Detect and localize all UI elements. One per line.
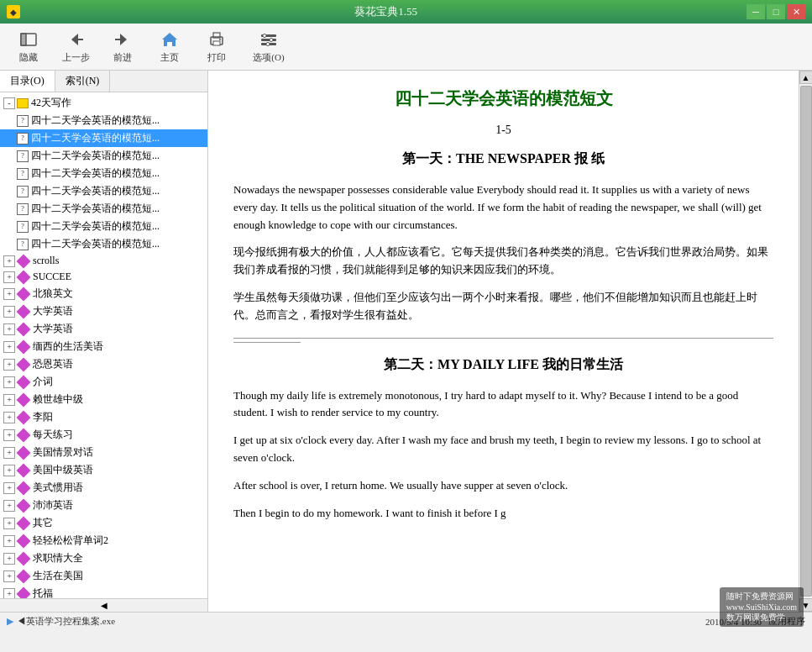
print-button[interactable]: 打印 [195,27,238,67]
watermark-line1: 随时下免费资源网 [726,591,797,602]
expand-icon[interactable]: + [3,588,15,599]
home-button[interactable]: 主页 [148,27,191,67]
tree-item-label: 沛沛英语 [33,498,73,513]
tree-list-item[interactable]: + 大学英语 [0,320,207,338]
expand-icon[interactable]: - [3,97,15,109]
print-icon [207,29,227,50]
tree-list-item[interactable]: + 每天练习 [0,426,207,444]
content-scrollbar[interactable]: ▲ ▼ [799,71,812,612]
tree-container[interactable]: - 42天写作 ? 四十二天学会英语的模范短... ? 四十二天学会英语的模范短… [0,92,207,598]
tree-item-label: 北狼英文 [33,287,73,301]
app-title: 葵花宝典1.55 [25,4,747,19]
tree-list-item[interactable]: + 求职情大全 [0,549,207,567]
exe-icon: ▶ [7,616,13,627]
doc-icon: ? [17,203,29,215]
tree-list-item[interactable]: + 恐恩英语 [0,355,207,373]
tree-list-item[interactable]: + 美式惯用语 [0,479,207,497]
expand-icon[interactable]: + [3,518,15,529]
tree-list-item[interactable]: + 赖世雄中级 [0,391,207,408]
tree-list-item[interactable]: + 大学英语 [0,302,207,320]
tree-item-label: 四十二天学会英语的模范短... [31,219,160,234]
tree-list-item[interactable]: + SUCCEE [0,269,207,285]
diamond-icon [17,534,31,548]
tree-child-item[interactable]: ? 四十二天学会英语的模范短... [0,129,207,147]
forward-button[interactable]: 前进 [101,27,144,67]
content-area[interactable]: 四十二天学会英语的模范短文 1-5 第一天：THE NEWSPAPER 报 纸 … [208,71,799,612]
maximize-button[interactable]: □ [767,4,785,19]
back-button[interactable]: 上一步 [54,27,97,67]
content-title: 四十二天学会英语的模范短文 [233,87,773,110]
paragraph-4: Though my daily life is extremely monoto… [233,387,773,423]
tab-catalog[interactable]: 目录(O) [0,71,55,92]
tree-child-item[interactable]: ? 四十二天学会英语的模范短... [0,218,207,235]
options-button[interactable]: 选项(O) [242,27,296,67]
paragraph-2: 现今报纸拥有极大的价值，人人都应该看它。它每天提供我们各种类类的消息。它告诉我们… [233,244,773,279]
expand-icon[interactable]: + [3,271,15,283]
tree-item-label: 四十二天学会英语的模范短... [31,237,160,251]
expand-icon[interactable]: + [3,323,15,335]
svg-rect-10 [213,41,220,45]
tree-root-42days[interactable]: - 42天写作 [0,94,207,112]
tree-list-item[interactable]: + scrolls [0,253,207,269]
expand-icon[interactable]: + [3,482,15,494]
doc-icon: ? [17,221,29,233]
expand-icon[interactable]: + [3,341,15,353]
expand-icon[interactable]: + [3,359,15,371]
expand-icon[interactable]: + [3,306,15,318]
tree-list-item[interactable]: + 缅西的生活美语 [0,338,207,355]
section-number: 1-5 [233,124,773,137]
folder-icon [17,98,29,108]
title-bar: ◆ 葵花宝典1.55 ─ □ ✕ [0,0,812,24]
tree-child-item[interactable]: ? 四十二天学会英语的模范短... [0,147,207,165]
expand-icon[interactable]: + [3,465,15,476]
diamond-icon [17,551,31,565]
expand-icon[interactable]: + [3,570,15,582]
minimize-button[interactable]: ─ [747,4,765,19]
tree-list-item[interactable]: + 介词 [0,373,207,391]
svg-rect-13 [261,39,276,41]
toolbar: 隐藏 上一步 前进 主页 [0,24,812,71]
hide-label: 隐藏 [19,51,38,64]
tree-list-item[interactable]: + 沛沛英语 [0,497,207,514]
tree-child-item[interactable]: ? 四十二天学会英语的模范短... [0,235,207,253]
expand-icon[interactable]: + [3,412,15,423]
expand-icon[interactable]: + [3,394,15,406]
tree-list-item[interactable]: + 轻轻松松背单词2 [0,532,207,549]
tree-item-label: 生活在美国 [33,569,83,583]
close-button[interactable]: ✕ [787,4,805,19]
diamond-icon [17,463,31,477]
tree-child-item[interactable]: ? 四十二天学会英语的模范短... [0,165,207,182]
forward-label: 前进 [113,51,132,64]
tree-list-item[interactable]: + 北狼英文 [0,285,207,302]
tab-index[interactable]: 索引(N) [55,71,111,92]
tree-child-item[interactable]: ? 四十二天学会英语的模范短... [0,112,207,129]
tree-list-item[interactable]: + 美国中级英语 [0,461,207,479]
tree-item-label: 恐恩英语 [33,357,73,371]
doc-icon: ? [17,150,29,162]
expand-icon[interactable]: + [3,288,15,300]
scroll-thumb[interactable] [800,86,812,597]
tree-list-item[interactable]: + 美国情景对话 [0,444,207,461]
expand-icon[interactable]: + [3,553,15,565]
expand-icon[interactable]: + [3,535,15,547]
expand-icon[interactable]: + [3,429,15,441]
hide-button[interactable]: 隐藏 [7,27,50,67]
tree-list-item[interactable]: + 其它 [0,514,207,532]
tree-child-item[interactable]: ? 四十二天学会英语的模范短... [0,182,207,200]
tree-item-label: 托福 [33,586,53,598]
diamond-icon [17,569,31,583]
sidebar-scroll-left[interactable]: ◀ [0,598,208,612]
tree-item-label: 其它 [33,516,53,530]
tree-child-item[interactable]: ? 四十二天学会英语的模范短... [0,200,207,218]
tree-list-item[interactable]: + 李阳 [0,408,207,426]
divider-line2 [233,342,301,343]
expand-icon[interactable]: + [3,500,15,512]
app-icon: ◆ [7,5,25,18]
expand-icon[interactable]: + [3,255,15,267]
scroll-up-button[interactable]: ▲ [799,71,813,84]
tree-list-item[interactable]: + 生活在美国 [0,567,207,585]
expand-icon[interactable]: + [3,376,15,388]
expand-icon[interactable]: + [3,447,15,459]
tree-list-item[interactable]: + 托福 [0,585,207,598]
forward-icon [113,29,133,50]
